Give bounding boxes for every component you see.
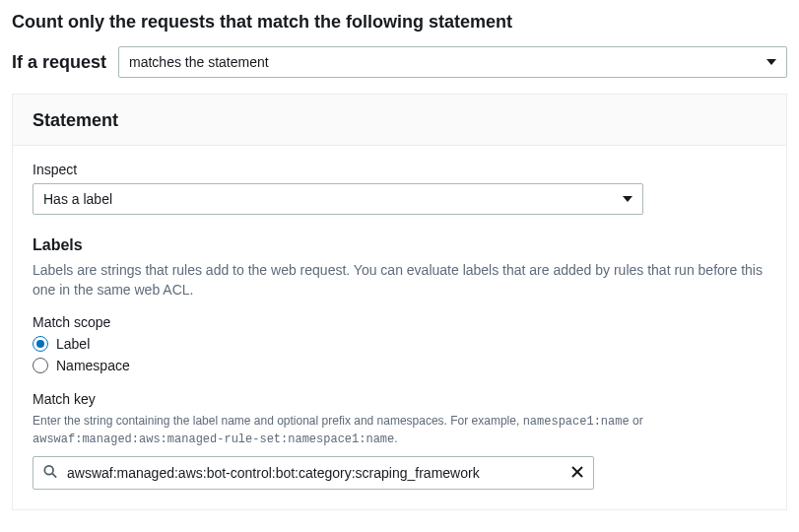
caret-down-icon [623,196,633,202]
statement-panel-header: Statement [13,95,786,146]
rule-condition-select[interactable]: matches the statement [118,46,787,78]
inspect-select[interactable]: Has a label [33,183,643,215]
svg-line-1 [52,474,56,478]
radio-option-text: Namespace [56,358,130,373]
inspect-value: Has a label [43,191,112,207]
inspect-label: Inspect [33,162,766,177]
clear-icon[interactable] [571,465,583,481]
radio-icon [33,358,48,373]
caret-down-icon [766,59,776,65]
statement-panel: Statement Inspect Has a label Labels Lab… [12,94,787,510]
radio-option-text: Label [56,336,90,352]
match-key-input-wrapper [33,456,594,490]
rule-if-label: If a request [12,52,106,73]
match-scope-label: Match scope [33,314,766,330]
match-key-label: Match key [33,391,766,407]
statement-panel-body: Inspect Has a label Labels Labels are st… [13,146,786,509]
labels-description: Labels are strings that rules add to the… [33,260,766,300]
svg-point-0 [44,466,53,475]
match-scope-radio-label[interactable]: Label [33,336,766,352]
match-key-hint: Enter the string containing the label na… [33,413,766,449]
statement-panel-title: Statement [33,110,766,131]
match-scope-radio-group: Label Namespace [33,336,766,373]
rule-condition-row: If a request matches the statement [12,46,787,78]
labels-section-title: Labels [33,236,766,254]
match-key-input[interactable] [67,465,560,481]
search-icon [43,465,57,482]
radio-icon [33,336,48,352]
rule-condition-value: matches the statement [129,54,269,70]
match-scope-radio-namespace[interactable]: Namespace [33,358,766,373]
page-title: Count only the requests that match the f… [12,12,787,33]
